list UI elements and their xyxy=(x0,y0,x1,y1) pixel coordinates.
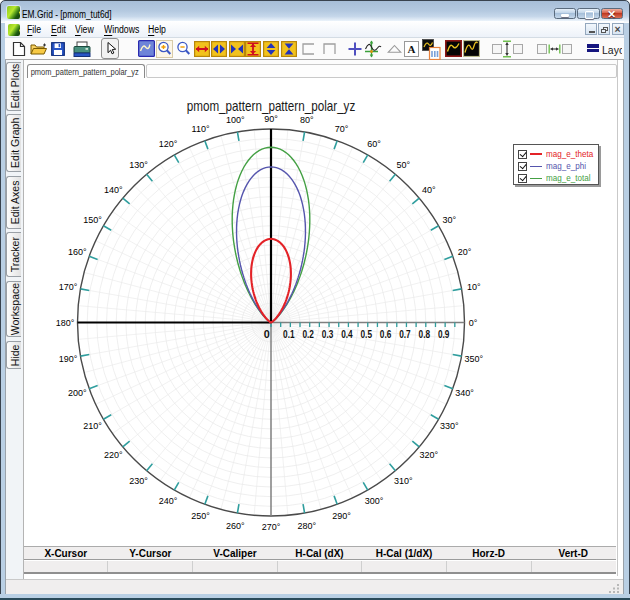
svg-text:110°: 110° xyxy=(192,124,210,134)
svg-text:300°: 300° xyxy=(365,496,384,506)
svg-text:40°: 40° xyxy=(422,185,436,195)
svg-text:80°: 80° xyxy=(300,115,314,125)
svg-text:0.7: 0.7 xyxy=(399,328,411,340)
svg-text:260°: 260° xyxy=(226,521,245,531)
svg-text:310°: 310° xyxy=(394,476,413,486)
svg-text:10°: 10° xyxy=(467,282,481,292)
svg-text:220°: 220° xyxy=(104,450,123,460)
svg-text:0.1: 0.1 xyxy=(283,328,295,340)
svg-text:0.5: 0.5 xyxy=(361,328,373,340)
svg-text:30°: 30° xyxy=(443,215,457,225)
svg-text:0: 0 xyxy=(264,328,270,340)
svg-text:200°: 200° xyxy=(68,388,87,398)
svg-text:340°: 340° xyxy=(455,388,474,398)
svg-text:330°: 330° xyxy=(440,421,459,431)
svg-text:150°: 150° xyxy=(83,215,102,225)
svg-text:0.9: 0.9 xyxy=(438,328,450,340)
svg-text:270°: 270° xyxy=(262,522,281,532)
svg-text:pmom_pattern_pattern_polar_yz: pmom_pattern_pattern_polar_yz xyxy=(187,97,356,114)
svg-text:210°: 210° xyxy=(83,421,102,431)
svg-text:250°: 250° xyxy=(191,511,210,521)
svg-text:190°: 190° xyxy=(59,354,78,364)
svg-text:160°: 160° xyxy=(68,247,87,257)
svg-text:170°: 170° xyxy=(59,282,78,292)
svg-text:A: A xyxy=(408,43,416,55)
svg-text:100°: 100° xyxy=(226,115,245,125)
svg-text:20°: 20° xyxy=(458,247,472,257)
svg-text:0.4: 0.4 xyxy=(341,328,353,340)
svg-text:350°: 350° xyxy=(465,354,484,364)
svg-text:130°: 130° xyxy=(129,160,148,170)
svg-text:180°: 180° xyxy=(56,318,75,328)
svg-text:0°: 0° xyxy=(469,318,478,328)
svg-text:320°: 320° xyxy=(419,450,438,460)
svg-text:240°: 240° xyxy=(159,496,178,506)
svg-text:0.3: 0.3 xyxy=(322,328,334,340)
svg-text:290°: 290° xyxy=(332,511,351,521)
svg-text:0.8: 0.8 xyxy=(419,328,431,340)
svg-text:230°: 230° xyxy=(129,476,148,486)
svg-text:280°: 280° xyxy=(297,521,316,531)
svg-text:140°: 140° xyxy=(104,185,123,195)
svg-text:70°: 70° xyxy=(335,124,349,134)
svg-text:60°: 60° xyxy=(367,139,381,149)
svg-text:120°: 120° xyxy=(159,139,178,149)
svg-text:0.2: 0.2 xyxy=(302,328,314,340)
svg-text:50°: 50° xyxy=(397,160,411,170)
svg-text:0.6: 0.6 xyxy=(380,328,392,340)
svg-text:90°: 90° xyxy=(264,114,278,124)
